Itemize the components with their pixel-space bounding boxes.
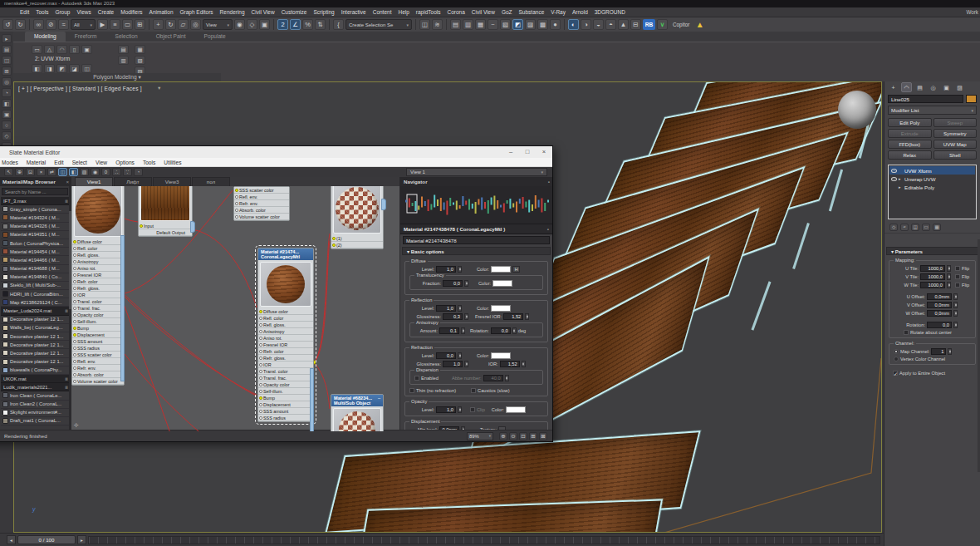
input-socket[interactable]: [73, 267, 76, 270]
node-slot-refl-color[interactable]: Refl. color: [258, 315, 313, 322]
create-tab-icon[interactable]: +: [888, 82, 899, 92]
modifier-button-ffd-box[interactable]: FFD(box): [888, 140, 932, 149]
material-node-corona-selected[interactable]: Material #21474... CoronaLegacyMtl Diffu…: [257, 248, 314, 422]
apply-to-entire-object-checkbox[interactable]: [893, 371, 898, 376]
refraction-ior-field[interactable]: 1,52: [500, 361, 520, 367]
fresnel-ior-field[interactable]: 1,52: [503, 313, 523, 320]
angle-snap-icon[interactable]: ∠: [290, 19, 301, 30]
visibility-eye-icon[interactable]: [891, 177, 897, 181]
offset-field-2[interactable]: 0,0mm: [927, 310, 952, 317]
flip-checkbox[interactable]: [955, 283, 960, 288]
node-slot-opacity-color[interactable]: Opacity color: [258, 381, 313, 388]
input-socket[interactable]: [73, 260, 76, 263]
node-slot-aniso-rot[interactable]: Aniso rot.: [72, 265, 124, 272]
browser-material-item[interactable]: Material #194351 ( M...: [1, 231, 71, 239]
input-socket[interactable]: [73, 307, 76, 310]
spinner[interactable]: [525, 313, 529, 320]
modifier-button-shell[interactable]: Shell: [933, 150, 978, 160]
pin-stack-icon[interactable]: ◇: [889, 224, 898, 231]
spinner[interactable]: [953, 293, 958, 300]
corona-lister-icon[interactable]: ⊟: [630, 19, 641, 30]
input-socket[interactable]: [259, 350, 262, 353]
zoom-reset-icon[interactable]: 0: [101, 168, 110, 176]
node-slot-sss-radius[interactable]: SSS radius: [72, 345, 124, 352]
configure-modifier-sets-icon[interactable]: ▦: [933, 224, 941, 231]
node-slot-sss-scatter-color[interactable]: SSS scatter color: [72, 352, 124, 358]
menu-interactive[interactable]: Interactive: [338, 7, 370, 17]
browser-material-item[interactable]: bluewalls ( CoronaPhy...: [1, 366, 71, 375]
refraction-level-field[interactable]: 0,0: [436, 352, 456, 359]
tile-field-0[interactable]: 1000,0: [920, 265, 945, 272]
slate-menu-material[interactable]: Material: [22, 160, 50, 165]
slate-menu-options[interactable]: Options: [111, 160, 139, 165]
ribbon-tool-icon[interactable]: ▤: [118, 45, 129, 54]
ribbon-tool-icon[interactable]: ◧: [32, 64, 42, 73]
modifier-button-symmetry[interactable]: Symmetry: [933, 129, 978, 138]
select-and-place-icon[interactable]: ◎: [190, 19, 201, 30]
zoom-icon[interactable]: ⊙: [509, 432, 517, 440]
slate-tab-[interactable]: Лифт: [114, 177, 152, 186]
show-end-result-icon[interactable]: ≈: [900, 224, 909, 231]
spinner-snap-icon[interactable]: ⇅: [315, 19, 326, 30]
spinner[interactable]: [512, 327, 517, 334]
ribbon-tool-icon[interactable]: ▦: [135, 45, 145, 54]
slate-menu-edit[interactable]: Edit: [50, 160, 67, 165]
input-socket[interactable]: [73, 280, 76, 283]
menu-graph-editors[interactable]: Graph Editors: [177, 7, 217, 17]
spinner[interactable]: [948, 348, 952, 355]
browser-group-header[interactable]: Ludik_materials2021...≣: [1, 383, 71, 391]
node-slot-sss-amount[interactable]: SSS amount: [258, 408, 313, 415]
browser-material-item[interactable]: Decorative plaster 12 1...: [1, 316, 71, 324]
ribbon-tool-icon[interactable]: ▯: [69, 45, 80, 54]
reference-coordinate-dropdown[interactable]: View▾: [203, 19, 233, 30]
browser-material-item[interactable]: Material #194324 ( M...: [1, 214, 71, 222]
viewport-filter-icon[interactable]: ▼: [157, 86, 161, 91]
browser-material-item[interactable]: Material #194466 ( M...: [1, 256, 71, 264]
input-socket[interactable]: [73, 333, 76, 337]
node-slot-refr-gloss[interactable]: Refr. gloss.: [72, 285, 124, 292]
viewport-label[interactable]: [ + ] [ Perspective ] [ Standard ] [ Edg…: [18, 86, 142, 91]
slate-view-dropdown[interactable]: View 1 ▾: [406, 168, 547, 176]
ribbon-tab-object-paint[interactable]: Object Paint: [147, 32, 195, 42]
select-and-link-icon[interactable]: ∞: [33, 19, 44, 30]
minimize-button[interactable]: –: [502, 146, 519, 158]
ribbon-tool-icon[interactable]: ▥: [118, 56, 129, 65]
corona-converter-icon[interactable]: ◒: [593, 19, 604, 30]
expand-arrow-icon[interactable]: ▸: [899, 176, 903, 181]
browser-material-item[interactable]: Decorative plaster 12 1...: [1, 349, 71, 357]
material-node-corona-left[interactable]: Diffuse colorRefl. colorRefl. gloss.Anis…: [71, 186, 125, 386]
stack-item-editable-poly[interactable]: ▸Editable Poly: [889, 183, 975, 191]
rectangular-selection-icon[interactable]: ▭: [122, 19, 133, 30]
zoom-extents-icon[interactable]: ⊞: [529, 432, 537, 440]
node-slot-bump[interactable]: Bump: [72, 325, 124, 332]
node-slot-ior[interactable]: IOR: [258, 362, 313, 368]
diffuse-level-field[interactable]: 1,0: [436, 266, 456, 273]
mirror-icon[interactable]: ◫: [419, 19, 430, 30]
reflection-color-swatch[interactable]: [491, 305, 511, 312]
node-slot-absorb-color[interactable]: Absorb. color: [72, 371, 124, 378]
input-socket[interactable]: [259, 416, 262, 420]
node-output-flap[interactable]: [190, 221, 195, 233]
vray-menu-icon[interactable]: ∨: [657, 19, 668, 30]
node-slot-refr-color[interactable]: Refr. color: [258, 348, 313, 355]
input-socket[interactable]: [73, 287, 76, 290]
spinner[interactable]: [522, 361, 526, 367]
menu-corona[interactable]: Corona: [443, 7, 468, 17]
offset-field-1[interactable]: 0,0mm: [927, 302, 952, 308]
modifier-button-relax[interactable]: Relax: [888, 150, 932, 160]
material-id-channel-icon[interactable]: ◔: [134, 168, 143, 176]
percent-snap-icon[interactable]: %: [302, 19, 313, 30]
menu-modifiers[interactable]: Modifiers: [117, 7, 145, 17]
slate-menu-tools[interactable]: Tools: [139, 160, 159, 165]
ribbon-tool-icon[interactable]: ◠: [56, 45, 67, 54]
slate-tab-view1[interactable]: View1: [75, 177, 113, 186]
input-socket[interactable]: [73, 313, 76, 317]
render-production-icon[interactable]: ●: [550, 19, 561, 30]
menu-animation[interactable]: Animation: [146, 7, 177, 17]
menu-rapidtools[interactable]: rapidTools: [413, 7, 444, 17]
node-slot-refr-env[interactable]: Refr. env.: [234, 200, 289, 207]
select-and-scale-icon[interactable]: ▱: [178, 19, 189, 30]
input-socket[interactable]: [73, 347, 76, 350]
layout-children-icon[interactable]: ∵: [123, 168, 132, 176]
modifier-button-uvw-map[interactable]: UVW Map: [933, 140, 978, 149]
